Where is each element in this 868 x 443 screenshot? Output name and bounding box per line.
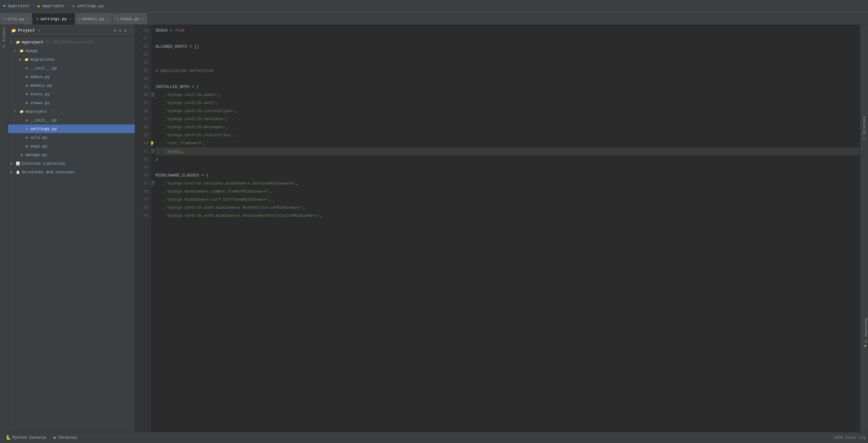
tree-label-views-myapp: views.py [30, 101, 50, 105]
tab-close-settings[interactable]: ✕ [69, 17, 71, 21]
sync-icon[interactable]: ⊕ [114, 28, 116, 33]
code-line-35: 'django.contrib.auth', [156, 99, 860, 107]
title-icon-folder: ▶ [38, 4, 40, 9]
tree-label-manage: manage.py [25, 152, 47, 157]
tree-item-scratches[interactable]: ▶ 📋 Scratches and Consoles [8, 168, 135, 176]
settings-icon[interactable]: ⚙ [124, 28, 126, 33]
py-icon-models: ⚙ [24, 83, 29, 88]
title-sep-1: › [32, 3, 35, 9]
code-line-42: ) [156, 156, 860, 164]
fold-marker-41[interactable]: − [151, 148, 154, 153]
tab-icon-models: ⚙ [79, 17, 81, 21]
tree-item-settings[interactable]: ▶ ⚙ settings.py [8, 125, 135, 133]
code-line-33: INSTALLED_APPS = ( [156, 83, 860, 91]
event-log-label[interactable]: Event Log [845, 436, 866, 440]
tab-label-settings: settings.py [40, 17, 67, 21]
tree-label-tests: tests.py [30, 92, 50, 97]
tree-item-myproject-sub[interactable]: ▾ 📁 myproject [8, 107, 135, 116]
favorites-label: 2: Favorites [864, 318, 868, 342]
filter-icon[interactable]: ⇅ [119, 28, 122, 33]
python-console-tab[interactable]: 🐍 Python Console [2, 432, 49, 443]
code-line-41: − 'myapp', [156, 147, 860, 156]
project-panel: 📁 Project ▾ ⊕ ⇅ ⚙ − ▾ 📁 myproject E:\项目源… [8, 25, 135, 432]
csdn-label[interactable]: CSDN [834, 436, 843, 440]
py-icon-init-myproject: ⚙ [24, 117, 29, 123]
tab-icon-views: ⚙ [116, 17, 118, 21]
py-icon-admin: ⚙ [24, 74, 29, 79]
fold-marker-45[interactable]: − [151, 181, 154, 185]
tree-item-wsgi[interactable]: ▶ ⚙ wsgi.py [8, 142, 135, 150]
terminal-tab[interactable]: ▶ Terminal [51, 432, 80, 443]
tree-label-scratches: Scratches and Consoles [22, 170, 75, 175]
tab-close-views[interactable]: ✕ [142, 17, 144, 21]
fold-marker-34[interactable]: − [151, 92, 154, 97]
python-console-label: Python Console [12, 435, 46, 440]
code-line-46: 'django.middleware.common.CommonMiddlewa… [156, 188, 860, 196]
header-icons: ⊕ ⇅ ⚙ − [114, 28, 132, 33]
arrow-scratches: ▶ [10, 170, 14, 174]
tree-container[interactable]: ▾ 📁 myproject E:\项目源码包\myproject ▾ 📁 mya… [8, 37, 135, 432]
arrow-myapp: ▾ [14, 49, 18, 53]
code-line-27 [156, 35, 860, 43]
tree-item-init-myapp[interactable]: ▶ ⚙ __init__.py [8, 64, 135, 72]
title-sep-2: › [67, 3, 70, 9]
tree-item-init-myproject[interactable]: ▶ ⚙ __init__.py [8, 116, 135, 125]
code-line-38: 'django.contrib.messages', [156, 123, 860, 131]
tab-models-py[interactable]: ⚙ models.py ✕ [75, 13, 113, 25]
code-line-32 [156, 75, 860, 83]
project-folder-icon: 📁 [11, 28, 16, 33]
tree-label-settings: settings.py [30, 127, 57, 131]
code-editor-content[interactable]: DEBUG = True ALLOWED_HOSTS = [] # Applic… [151, 25, 860, 432]
code-container[interactable]: 26 27 28 29 30 31 32 33 34 35 36 37 38 3… [135, 25, 860, 432]
structure-panel[interactable]: 7: Structure [860, 25, 868, 229]
code-line-43 [156, 164, 860, 171]
code-line-30 [156, 59, 860, 67]
terminal-label: Terminal [58, 435, 77, 440]
tree-item-admin[interactable]: ▶ ⚙ admin.py [8, 72, 135, 81]
tree-item-urls[interactable]: ▶ ⚙ urls.py [8, 133, 135, 142]
py-icon-manage: ⚙ [19, 152, 24, 157]
line-numbers: 26 27 28 29 30 31 32 33 34 35 36 37 38 3… [135, 25, 151, 432]
tree-label-wsgi: wsgi.py [30, 144, 48, 148]
tree-item-migrations[interactable]: ▶ 📁 migrations [8, 55, 135, 64]
editor-area: 26 27 28 29 30 31 32 33 34 35 36 37 38 3… [135, 25, 860, 432]
code-line-37: 'django.contrib.sessions', [156, 115, 860, 123]
tree-label-admin: admin.py [30, 75, 50, 79]
folder-icon-scratches: 📋 [16, 170, 21, 175]
tab-close-models[interactable]: ✕ [106, 17, 109, 21]
left-strip: 1: Project [0, 25, 8, 432]
project-header: 📁 Project ▾ ⊕ ⇅ ⚙ − [8, 25, 135, 37]
tree-item-views-myapp[interactable]: ▶ ⚙ views.py [8, 98, 135, 107]
code-line-31: # Application definition [156, 67, 860, 75]
py-icon-tests: ⚙ [24, 92, 29, 97]
tree-item-manage[interactable]: ▶ ⚙ manage.py [8, 150, 135, 159]
tree-path-myproject: E:\项目源码包\myproject [46, 40, 94, 45]
tab-icon-settings: ⚙ [36, 17, 38, 21]
tree-item-myapp[interactable]: ▾ 📁 myapp [8, 46, 135, 55]
tree-item-ext-libs[interactable]: ▶ 📊 External Libraries [8, 159, 135, 168]
tab-views-py[interactable]: ⚙ views.py ✕ [113, 13, 148, 25]
tree-label-migrations: migrations [30, 57, 55, 62]
tab-icon-urls: ⚙ [4, 17, 6, 21]
tab-close-urls[interactable]: ✕ [27, 17, 29, 21]
tree-label-myproject-sub: myproject [25, 109, 47, 114]
tree-item-tests[interactable]: ▶ ⚙ tests.py [8, 90, 135, 98]
tab-label-views: views.py [120, 17, 139, 21]
tree-label-myproject: myproject [22, 40, 43, 44]
py-icon-urls: ⚙ [24, 135, 29, 140]
collapse-icon[interactable]: − [129, 28, 132, 33]
dropdown-icon[interactable]: ▾ [38, 28, 40, 33]
folder-icon-myapp: 📁 [19, 48, 24, 53]
tab-label-models: models.py [83, 17, 104, 21]
tree-item-models[interactable]: ▶ ⚙ models.py [8, 81, 135, 90]
sidebar-label-project[interactable]: 1: Project [2, 25, 6, 50]
tree-label-ext-libs: External Libraries [22, 161, 65, 166]
tab-urls-py[interactable]: ⚙ urls.py ✕ [0, 13, 33, 25]
project-title: Project [18, 28, 35, 33]
py-icon-init-myapp: ⚙ [24, 66, 29, 71]
favorites-panel[interactable]: ★ 2: Favorites [860, 229, 868, 432]
tree-label-urls: urls.py [30, 135, 48, 140]
tree-item-myproject-root[interactable]: ▾ 📁 myproject E:\项目源码包\myproject [8, 38, 135, 46]
tab-settings-py[interactable]: ⚙ settings.py ✕ [33, 13, 75, 25]
code-line-34: − 'django.contrib.admin', [156, 91, 860, 99]
